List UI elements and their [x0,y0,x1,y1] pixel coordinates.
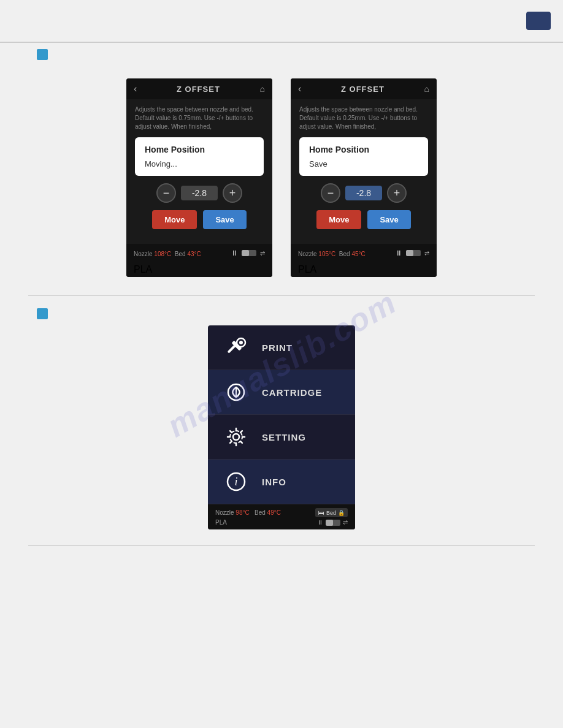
bed-label-moving: Bed 43°C [173,251,201,257]
description-moving: Adjusts the space between nozzle and bed… [135,105,264,131]
device-body-save: Adjusts the space between nozzle and bed… [291,99,437,244]
footer-icons-moving: ⏸ ⇌ [231,249,265,257]
material-row-moving: PLA [126,262,272,277]
device-footer-save: Nozzle 105°C Bed 45°C ⏸ ⇌ [291,244,437,262]
bed-indicator-label: Bed [326,510,336,516]
plus-btn-moving[interactable]: + [223,183,242,203]
header-title-moving: Z OFFSET [177,85,220,94]
back-btn-save[interactable]: ‹ [298,83,301,94]
value-row-moving: − -2.8 + [135,183,264,203]
menu-footer-row1: Nozzle 98°C Bed 49°C 🛏 Bed 🔒 [215,508,348,517]
bed-temp-save: 45°C [351,251,365,257]
menu-label-info: INFO [262,477,286,487]
device-footer-moving: Nozzle 108°C Bed 43°C ⏸ ⇌ [126,244,272,262]
dialog-moving: Home Position Moving... [135,137,264,176]
device-card-save: ‹ Z OFFSET ⌂ Adjusts the space between n… [291,78,437,277]
setting-icon [223,423,250,450]
section1-marker-row [0,43,563,60]
dialog-title-save: Home Position [309,145,418,154]
device-header-save: ‹ Z OFFSET ⌂ [291,78,437,99]
dialog-content-save: Save [309,159,418,169]
top-right-button[interactable] [526,12,551,30]
pause-icon-moving: ⏸ [231,249,238,257]
minus-btn-moving[interactable]: − [156,183,176,203]
nozzle-temp-save: 105°C [318,251,335,257]
section2-marker-row [0,302,563,319]
action-row-moving: Move Save [135,210,264,229]
material-moving: PLA [134,264,152,275]
lock-icon: 🔒 [338,510,345,516]
save-btn-save[interactable]: Save [367,210,410,229]
dialog-save: Home Position Save [299,137,428,176]
info-icon: i [223,468,250,495]
move-btn-save[interactable]: Move [316,210,361,229]
action-row-save: Move Save [299,210,428,229]
plus-btn-save[interactable]: + [387,183,407,203]
device-header-moving: ‹ Z OFFSET ⌂ [126,78,272,99]
menu-pause-icon: ⏸ [317,519,323,526]
header-title-save: Z OFFSET [341,85,385,94]
menu-label-print: PRINT [262,343,293,353]
nozzle-label-moving: Nozzle 108°C [134,251,173,257]
material-row-save: PLA [291,262,437,277]
minus-btn-save[interactable]: − [321,183,340,203]
home-btn-moving[interactable]: ⌂ [260,84,265,94]
main-menu-card: PRINT CARTRIDGE [208,325,355,529]
svg-point-6 [233,434,239,440]
bottom-separator [28,545,535,546]
upper-section: ‹ Z OFFSET ⌂ Adjusts the space between n… [0,66,563,289]
device-body-moving: Adjusts the space between nozzle and bed… [126,99,272,244]
cartridge-icon [223,379,250,406]
value-display-moving: -2.8 [181,186,218,200]
description-save: Adjusts the space between nozzle and bed… [299,105,428,131]
move-btn-moving[interactable]: Move [152,210,197,229]
menu-footer-icons: ⏸ ⇌ [317,519,348,526]
menu-item-print[interactable]: PRINT [208,325,355,370]
value-display-save: -2.8 [345,186,382,200]
bed-temp-moving: 43°C [187,251,201,257]
section2-marker [37,308,48,319]
bed-indicator: 🛏 Bed 🔒 [315,508,348,517]
menu-label-setting: SETTING [262,432,306,442]
menu-footer-row2: PLA ⏸ ⇌ [215,519,348,526]
menu-material: PLA [215,519,227,526]
separator-1 [28,295,535,296]
bed-icon: 🛏 [318,509,324,516]
menu-bed-temp: 49°C [267,509,281,516]
material-save: PLA [298,264,316,275]
menu-wifi-icon: ⇌ [343,519,348,526]
dialog-title-moving: Home Position [145,145,254,154]
menu-item-setting[interactable]: SETTING [208,415,355,460]
save-btn-moving[interactable]: Save [203,210,246,229]
back-btn-moving[interactable]: ‹ [134,83,137,94]
wifi-icon-moving: ⇌ [260,250,265,257]
dialog-content-moving: Moving... [145,159,254,169]
menu-battery [326,520,340,526]
menu-label-cartridge: CARTRIDGE [262,387,322,398]
print-icon [223,334,250,361]
home-btn-save[interactable]: ⌂ [424,84,429,94]
pause-icon-save: ⏸ [395,249,402,257]
value-row-save: − -2.8 + [299,183,428,203]
menu-nozzle-temp: 98°C [236,509,249,516]
device-card-moving: ‹ Z OFFSET ⌂ Adjusts the space between n… [126,78,272,277]
menu-nozzle: Nozzle 98°C Bed 49°C [215,509,281,516]
menu-item-info[interactable]: i INFO [208,460,355,504]
nozzle-temp-moving: 108°C [154,251,171,257]
battery-bar-moving [242,250,256,256]
lower-section: PRINT CARTRIDGE [0,319,563,536]
svg-text:i: i [234,476,237,488]
wifi-icon-save: ⇌ [424,250,429,257]
menu-item-cartridge[interactable]: CARTRIDGE [208,370,355,415]
footer-icons-save: ⏸ ⇌ [395,249,429,257]
top-bar [0,0,563,43]
battery-bar-save [406,250,421,256]
svg-point-3 [239,341,243,344]
menu-footer: Nozzle 98°C Bed 49°C 🛏 Bed 🔒 PLA ⏸ ⇌ [208,504,355,529]
bed-label-save: Bed 45°C [337,251,366,257]
nozzle-label-save: Nozzle 105°C [298,251,337,257]
section1-marker [37,49,48,60]
